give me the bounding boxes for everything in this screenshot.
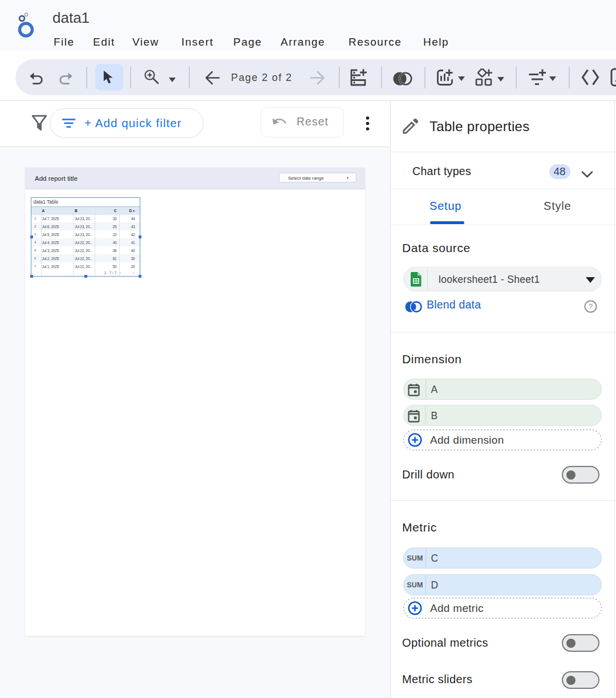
svg-text:?: ?: [589, 302, 593, 311]
